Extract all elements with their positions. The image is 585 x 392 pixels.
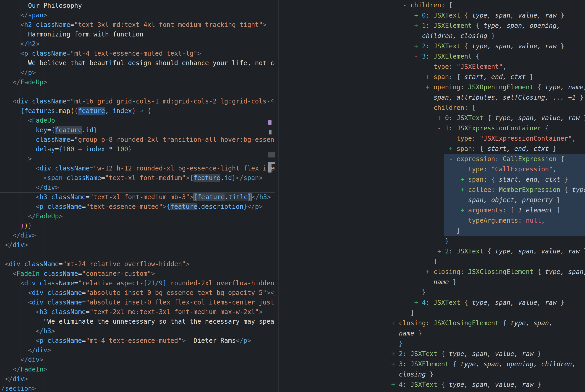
collapse-toggle-icon[interactable]: -: [437, 124, 445, 132]
ast-row[interactable]: type: "JSXElement",: [278, 62, 585, 72]
code-line[interactable]: "We eliminate the unnecessary so that th…: [0, 317, 275, 326]
ast-row[interactable]: }: [278, 236, 585, 246]
ast-row[interactable]: ]: [278, 308, 585, 318]
code-line[interactable]: <FadeIn className="container-custom">: [0, 269, 275, 278]
code-line[interactable]: <div className="w-12 h-12 rounded-xl bg-…: [0, 164, 275, 173]
code-line[interactable]: <div className="absolute inset-0 flex fl…: [0, 298, 275, 307]
code-line[interactable]: </div>: [0, 231, 275, 240]
overview-ruler[interactable]: [268, 0, 268, 392]
ast-row[interactable]: }: [278, 287, 585, 298]
code-line[interactable]: <h3 className="text-2xl md:text-3xl font…: [0, 307, 275, 317]
ast-row[interactable]: + 3: JSXElement { type, span, opening, c…: [278, 359, 585, 369]
ast-row[interactable]: + 0: JSXText { type, span, value, raw }: [278, 113, 585, 123]
expand-toggle-icon[interactable]: +: [414, 42, 422, 50]
expand-toggle-icon[interactable]: +: [460, 176, 468, 183]
code-line[interactable]: </h3>: [0, 326, 275, 336]
code-line[interactable]: {features.map((feature, index) ⇒ (: [0, 106, 275, 116]
expand-toggle-icon[interactable]: +: [414, 299, 422, 306]
ast-row[interactable]: + 2: JSXText { type, span, value, raw }: [278, 41, 585, 51]
ast-row[interactable]: - 1: JSXExpressionContainer {: [278, 123, 585, 133]
ast-row[interactable]: + closing: JSXClosingElement { type, spa…: [278, 318, 585, 328]
ast-row[interactable]: type: "CallExpression",: [278, 164, 585, 174]
ast-row[interactable]: + 2: JSXText { type, span, value, raw }: [278, 349, 585, 359]
ast-row[interactable]: name }: [278, 328, 585, 338]
code-line[interactable]: <span className="text-xl font-medium">{f…: [0, 173, 275, 183]
code-line[interactable]: /section>: [0, 384, 275, 392]
code-line[interactable]: </span>: [0, 10, 275, 20]
code-line[interactable]: </FadeIn>: [0, 365, 275, 374]
code-line[interactable]: </div>: [0, 355, 275, 365]
code-line[interactable]: Harmonizing form with function: [0, 30, 275, 39]
code-line[interactable]: className="group p-8 rounded-2xl transit…: [0, 135, 275, 144]
ast-row[interactable]: + callee: MemberExpression { type,: [278, 184, 585, 195]
code-line[interactable]: <p className="text-essence-muted">{featu…: [0, 202, 275, 212]
ast-row[interactable]: + arguments: [ 1 element ]: [278, 205, 585, 215]
code-line[interactable]: >: [0, 154, 275, 164]
expand-toggle-icon[interactable]: +: [437, 114, 445, 122]
code-line[interactable]: <p className="mt-4 text-essence-muted">—…: [0, 336, 275, 346]
code-line[interactable]: <div className="relative aspect-[21/9] r…: [0, 278, 275, 288]
expand-toggle-icon[interactable]: +: [437, 248, 445, 255]
ast-row[interactable]: span, attributes, selfClosing, ... +1 }: [278, 92, 585, 102]
ast-row[interactable]: + 0: JSXText { type, span, value, raw }: [278, 10, 585, 20]
expand-toggle-icon[interactable]: +: [414, 22, 422, 30]
ast-row[interactable]: + span: { start, end, ctxt }: [278, 144, 585, 154]
ast-row[interactable]: - children: [: [278, 0, 585, 10]
code-line[interactable]: [0, 250, 275, 259]
expand-toggle-icon[interactable]: +: [460, 206, 468, 214]
code-line[interactable]: </FadeUp>: [0, 78, 275, 87]
ast-row[interactable]: + span: { start, end, ctxt }: [278, 72, 585, 82]
ast-tree-pane[interactable]: - children: [+ 0: JSXText { type, span, …: [278, 0, 585, 392]
code-line[interactable]: <div className="mt-16 grid grid-cols-1 m…: [0, 97, 275, 106]
code-line[interactable]: <p className="mt-4 text-essence-muted te…: [0, 49, 275, 58]
ast-row[interactable]: + 4: JSXText { type, span, value, raw }: [278, 298, 585, 308]
code-line[interactable]: <div className="absolute inset-0 bg-esse…: [0, 288, 275, 298]
collapse-toggle-icon[interactable]: -: [426, 104, 434, 112]
ast-row[interactable]: ]: [278, 256, 585, 267]
ast-row[interactable]: name }: [278, 277, 585, 287]
code-line[interactable]: We believe that beautiful design should …: [0, 58, 275, 68]
expand-toggle-icon[interactable]: +: [460, 186, 468, 194]
code-line[interactable]: </p>: [0, 68, 275, 78]
ast-row[interactable]: children, closing }: [278, 31, 585, 41]
expand-toggle-icon[interactable]: +: [391, 360, 399, 368]
expand-toggle-icon[interactable]: +: [414, 12, 422, 19]
expand-toggle-icon[interactable]: +: [391, 350, 399, 358]
expand-toggle-icon[interactable]: +: [426, 73, 434, 81]
collapse-toggle-icon[interactable]: -: [403, 1, 410, 9]
code-line[interactable]: </h2>: [0, 39, 275, 49]
code-line[interactable]: delay={100 + index * 100}: [0, 144, 275, 154]
expand-toggle-icon[interactable]: +: [426, 268, 434, 276]
code-line[interactable]: </div>: [0, 183, 275, 192]
ast-row[interactable]: - 3: JSXElement {: [278, 51, 585, 62]
ast-row[interactable]: + closing: JSXClosingElement { type, spa…: [278, 267, 585, 277]
code-line[interactable]: key={feature.id}: [0, 125, 275, 135]
code-line[interactable]: </div>: [0, 240, 275, 250]
ast-row[interactable]: typeArguments: null,: [278, 215, 585, 226]
code-line[interactable]: [0, 87, 275, 97]
code-line[interactable]: <h2 className="text-3xl md:text-4xl font…: [0, 20, 275, 30]
current-code-line[interactable]: <h3 className="text-xl font-medium mb-3"…: [0, 192, 275, 202]
ast-row[interactable]: + opening: JSXOpeningElement { type, nam…: [278, 82, 585, 92]
ast-row[interactable]: span, object, property }: [278, 195, 585, 205]
expand-toggle-icon[interactable]: +: [391, 381, 399, 388]
code-editor-pane[interactable]: Our Philosophy </span> <h2 className="te…: [0, 0, 275, 392]
code-line[interactable]: </FadeUp>: [0, 212, 275, 221]
code-line[interactable]: </div>: [0, 374, 275, 384]
ast-row[interactable]: - expression: CallExpression {: [278, 154, 585, 164]
ast-row[interactable]: + 2: JSXText { type, span, value, raw }: [278, 246, 585, 256]
collapse-toggle-icon[interactable]: -: [414, 53, 422, 60]
code-line[interactable]: Our Philosophy: [0, 1, 275, 10]
expand-toggle-icon[interactable]: +: [391, 319, 399, 327]
collapse-toggle-icon[interactable]: -: [449, 155, 457, 163]
expand-toggle-icon[interactable]: +: [449, 145, 457, 152]
code-line[interactable]: <FadeUp: [0, 116, 275, 125]
ast-row[interactable]: + 1: JSXElement { type, span, opening,: [278, 20, 585, 31]
ast-row[interactable]: }: [278, 338, 585, 349]
code-line[interactable]: <div className="mt-24 relative overflow-…: [0, 259, 275, 269]
expand-toggle-icon[interactable]: +: [426, 84, 434, 91]
ast-row[interactable]: - children: [: [278, 102, 585, 113]
ast-row[interactable]: + 4: JSXText { type, span, value, raw }: [278, 380, 585, 390]
ast-row[interactable]: }: [278, 226, 585, 236]
code-line[interactable]: </div>: [0, 346, 275, 355]
